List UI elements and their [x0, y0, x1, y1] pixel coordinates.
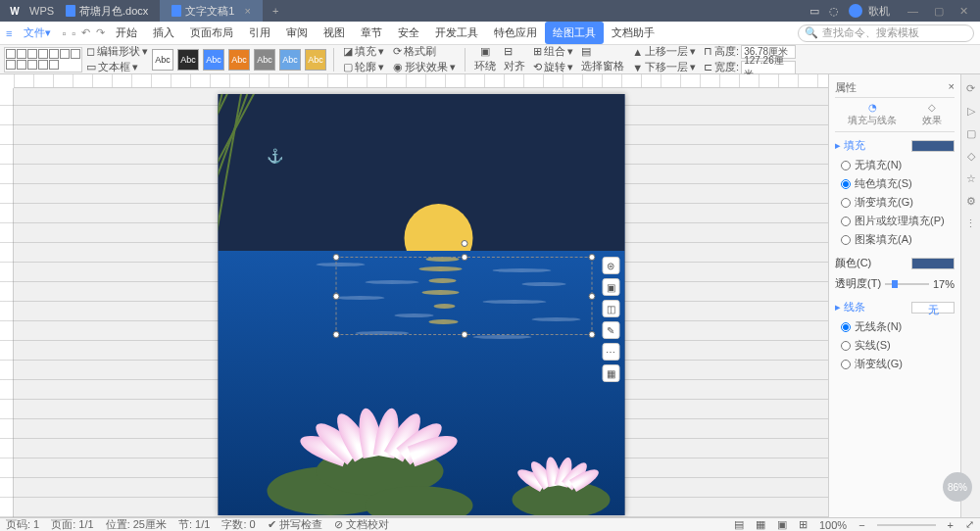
- outline-tool-icon[interactable]: ◫: [602, 300, 619, 317]
- new-tab-button[interactable]: +: [263, 5, 288, 17]
- style-swatch-6[interactable]: Abc: [279, 49, 301, 71]
- outline-button[interactable]: ▢ 轮廓 ▾ ◉ 形状效果 ▾: [341, 60, 458, 74]
- tool-icon[interactable]: ⟳: [966, 82, 975, 95]
- more-tool-icon[interactable]: ⋯: [602, 343, 619, 361]
- menu-special[interactable]: 特色应用: [486, 22, 545, 44]
- fill-gradient-radio[interactable]: 渐变填充(G): [841, 195, 955, 210]
- bring-forward-button[interactable]: ▲ 上移一层 ▾: [630, 44, 698, 59]
- menu-reference[interactable]: 引用: [241, 22, 278, 44]
- fill-solid-radio[interactable]: 纯色填充(S): [841, 176, 955, 191]
- width-field[interactable]: ⊏ 宽度: 127.26厘米: [702, 60, 798, 74]
- group-button[interactable]: ⊞ 组合 ▾: [531, 44, 575, 59]
- tab-fill-line[interactable]: ◔填充与线条: [848, 102, 897, 127]
- selection-box[interactable]: [335, 257, 592, 335]
- menu-view[interactable]: 视图: [316, 22, 353, 44]
- style-swatch-3[interactable]: Abc: [203, 49, 224, 71]
- align-button[interactable]: ⊟: [502, 45, 527, 58]
- zoom-value[interactable]: 100%: [819, 519, 847, 531]
- fill-pattern-radio[interactable]: 图案填充(A): [841, 232, 955, 247]
- transparency-slider[interactable]: [885, 283, 929, 285]
- view-mode-icon[interactable]: ▣: [777, 518, 787, 531]
- status-pages[interactable]: 页面: 1/1: [51, 517, 93, 531]
- status-page-num[interactable]: 页码: 1: [6, 517, 39, 531]
- style-swatch-5[interactable]: Abc: [254, 49, 275, 71]
- fill-none-radio[interactable]: 无填充(N): [841, 158, 955, 172]
- fill-tool-icon[interactable]: ▣: [602, 278, 619, 296]
- qat-save-icon[interactable]: ▫: [59, 27, 69, 39]
- layout-options-icon[interactable]: ⊜: [602, 257, 619, 274]
- menu-start[interactable]: 开始: [108, 22, 145, 44]
- view-mode-icon[interactable]: ▦: [756, 518, 765, 531]
- user-avatar[interactable]: [849, 4, 862, 18]
- fill-picture-radio[interactable]: 图片或纹理填充(P): [841, 214, 955, 228]
- status-spell[interactable]: ✔ 拼写检查: [268, 517, 322, 531]
- menu-app-icon[interactable]: ≡: [6, 27, 12, 39]
- minimize-icon[interactable]: —: [907, 5, 918, 17]
- line-section-header[interactable]: ▸ 线条: [835, 300, 865, 314]
- menu-security[interactable]: 安全: [390, 22, 427, 44]
- send-backward-button[interactable]: ▼ 下移一层 ▾: [630, 60, 698, 74]
- gear-icon[interactable]: ⚙: [966, 195, 976, 208]
- qat-undo-icon[interactable]: ↶: [78, 26, 93, 39]
- maximize-icon[interactable]: ▢: [934, 5, 944, 18]
- wrap-button[interactable]: ▣: [472, 45, 498, 58]
- status-know[interactable]: ⊘ 文档校对: [334, 517, 389, 531]
- messages-icon[interactable]: ▭: [809, 5, 819, 18]
- star-icon[interactable]: ☆: [966, 172, 976, 185]
- panel-close-icon[interactable]: ×: [949, 80, 955, 95]
- edit-shape-button[interactable]: ◻ 编辑形状 ▾: [86, 44, 148, 59]
- style-swatch-1[interactable]: Abc: [152, 49, 173, 71]
- qat-redo-icon[interactable]: ↷: [93, 26, 108, 39]
- select-icon[interactable]: ▷: [967, 105, 975, 118]
- rotate-handle[interactable]: [461, 240, 467, 247]
- fill-button[interactable]: ◪ 填充 ▾ ⟳ 格式刷: [341, 44, 458, 59]
- more-icon[interactable]: ⋮: [965, 217, 976, 230]
- menu-insert[interactable]: 插入: [145, 22, 182, 44]
- view-mode-icon[interactable]: ⊞: [799, 518, 808, 531]
- zoom-out-icon[interactable]: −: [858, 519, 864, 531]
- fill-color-swatch[interactable]: [911, 140, 955, 152]
- select-pane-button[interactable]: ▤: [579, 45, 626, 58]
- canvas[interactable]: ⚓: [14, 88, 828, 517]
- line-gradient-radio[interactable]: 渐变线(G): [841, 357, 955, 371]
- view-mode-icon[interactable]: ▤: [734, 518, 744, 531]
- close-tab-icon[interactable]: ×: [244, 5, 250, 17]
- vertical-ruler[interactable]: [0, 88, 14, 517]
- progress-badge[interactable]: 86%: [943, 472, 972, 502]
- menu-layout[interactable]: 页面布局: [182, 22, 241, 44]
- shape-lilypad[interactable]: [512, 481, 610, 515]
- rotate-button[interactable]: ⟲ 旋转 ▾: [531, 60, 575, 74]
- shape-icon[interactable]: ◇: [967, 150, 975, 163]
- textbox-button[interactable]: ▭ 文本框 ▾: [86, 60, 148, 74]
- fullscreen-icon[interactable]: ⤢: [965, 518, 974, 531]
- effect-tool-icon[interactable]: ✎: [602, 321, 619, 339]
- line-style-dropdown[interactable]: 无: [911, 302, 955, 314]
- fill-section-header[interactable]: ▸ 填充: [835, 138, 865, 153]
- qat-print-icon[interactable]: ▫: [69, 27, 78, 39]
- feedback-icon[interactable]: ◌: [829, 5, 839, 18]
- tab-effect[interactable]: ◇效果: [922, 102, 942, 127]
- line-none-radio[interactable]: 无线条(N): [841, 319, 955, 334]
- menu-drawing[interactable]: 绘图工具: [545, 22, 604, 44]
- menu-section[interactable]: 章节: [353, 22, 390, 44]
- line-solid-radio[interactable]: 实线(S): [841, 338, 955, 353]
- search-box[interactable]: 🔍 查找命令、搜索模板: [798, 24, 974, 42]
- style-swatch-4[interactable]: Abc: [228, 49, 250, 71]
- status-words[interactable]: 字数: 0: [221, 517, 255, 531]
- menu-dev[interactable]: 开发工具: [427, 22, 486, 44]
- style-swatch-2[interactable]: Abc: [177, 49, 199, 71]
- color-picker[interactable]: [911, 258, 955, 269]
- zoom-in-icon[interactable]: +: [948, 519, 954, 531]
- style-swatch-7[interactable]: Abc: [305, 49, 326, 71]
- shape-gallery[interactable]: [4, 47, 82, 72]
- menu-review[interactable]: 审阅: [278, 22, 316, 44]
- menu-assistant[interactable]: 文档助手: [604, 22, 662, 44]
- close-icon[interactable]: ✕: [959, 5, 968, 18]
- crop-tool-icon[interactable]: ▦: [602, 364, 619, 382]
- document-page[interactable]: ⚓: [218, 94, 624, 515]
- file-menu[interactable]: 文件 ▾: [16, 22, 59, 44]
- doc-tab-1[interactable]: 荷塘月色.docx: [54, 0, 160, 22]
- doc-tab-2[interactable]: 文字文稿1×: [160, 0, 263, 22]
- clipboard-icon[interactable]: ▢: [966, 127, 976, 140]
- zoom-slider[interactable]: [877, 524, 936, 526]
